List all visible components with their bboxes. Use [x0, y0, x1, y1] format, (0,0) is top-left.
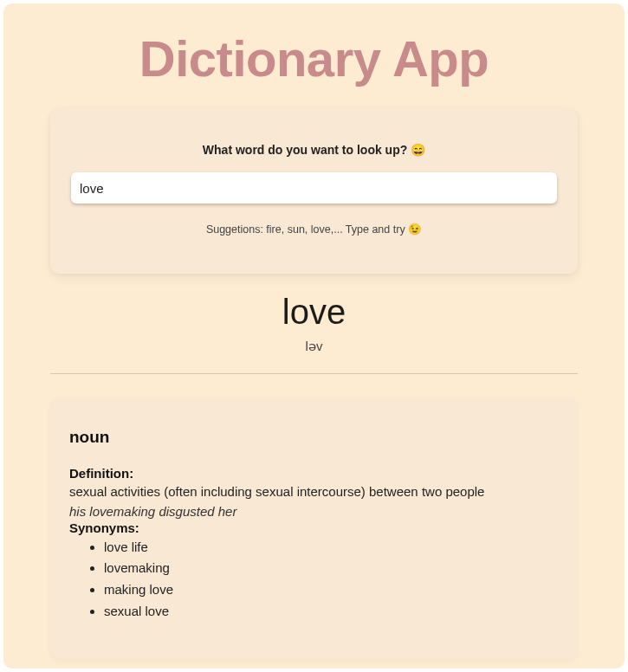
definition-example: his lovemaking disgusted her [69, 504, 559, 519]
search-suggestion: Suggetions: fire, sun, love,... Type and… [71, 223, 557, 236]
app-title: Dictionary App [50, 29, 578, 87]
result-divider [50, 373, 578, 374]
synonyms-label: Synonyms: [69, 520, 559, 535]
list-item: lovemaking [104, 558, 559, 579]
list-item: making love [104, 579, 559, 601]
definition-label: Definition: [69, 466, 559, 481]
definition-card: noun Definition: sexual activities (ofte… [50, 398, 578, 659]
word-title: love [50, 293, 578, 332]
synonyms-list: love life lovemaking making love sexual … [69, 537, 559, 623]
word-phonetic: ləv [50, 339, 578, 354]
list-item: sexual love [104, 601, 559, 623]
search-card: What word do you want to look up? 😄 Sugg… [50, 108, 578, 274]
part-of-speech: noun [69, 428, 559, 447]
word-header: love ləv [50, 293, 578, 373]
definition-text: sexual activities (often including sexua… [69, 482, 559, 502]
search-prompt: What word do you want to look up? 😄 [71, 143, 557, 157]
search-input[interactable] [71, 172, 557, 204]
list-item: love life [104, 537, 559, 559]
